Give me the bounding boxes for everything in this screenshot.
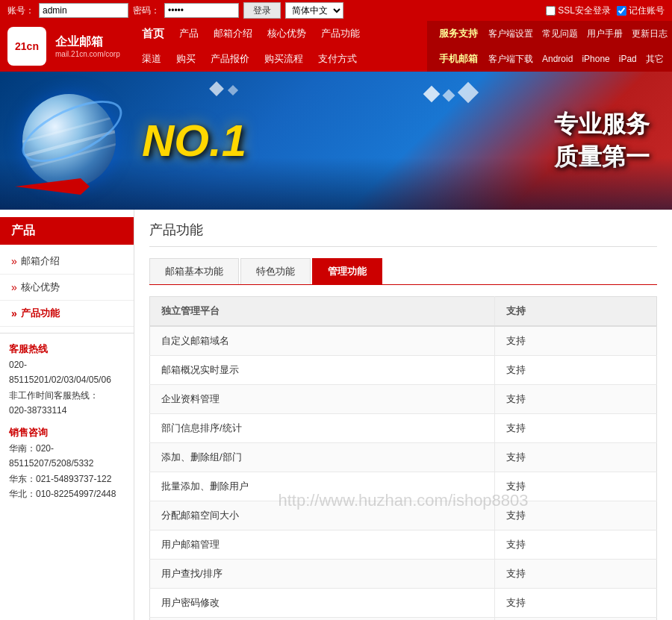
nav-service-top: 服务支持 客户端设置 常见问题 用户手册 更新日志 xyxy=(427,21,672,46)
contact-south: 华南：020-85115207/5208/5332 xyxy=(9,441,125,472)
logo-cn: 企业邮箱 xyxy=(55,34,120,50)
remember-checkbox-label[interactable]: 记住账号 xyxy=(617,4,665,17)
nav-top: 首页 产品 邮箱介绍 核心优势 产品功能 xyxy=(134,21,427,46)
nav-client-download[interactable]: 客户端下载 xyxy=(484,53,538,66)
table-row: 用户密码修改支持 xyxy=(150,589,657,618)
banner: NO.1 专业服务 质量第一 xyxy=(0,72,672,210)
feature-name: 邮箱概况实时显示 xyxy=(150,356,495,385)
hotline-title: 客服热线 xyxy=(9,341,125,357)
contact-north: 华北：010-82254997/2448 xyxy=(9,486,125,501)
sidebar-item-product-feature[interactable]: » 产品功能 xyxy=(0,301,134,327)
table-row: 分配邮箱空间大小支持 xyxy=(150,501,657,530)
feature-name: 用户密码修改 xyxy=(150,589,495,618)
feature-name: 批量添加、删除用户 xyxy=(150,472,495,501)
tab-special-features[interactable]: 特色功能 xyxy=(240,258,311,284)
logo-area: 21cn 企业邮箱 mail.21cn.com/corp xyxy=(0,21,134,72)
nav-purchase[interactable]: 购买 xyxy=(169,46,203,72)
sidebar-item-core-advantage[interactable]: » 核心优势 xyxy=(0,275,134,301)
sales-title: 销售咨询 xyxy=(9,425,125,441)
feature-support: 支持 xyxy=(494,589,656,618)
nav-price[interactable]: 产品报价 xyxy=(203,46,257,72)
nav-android[interactable]: Android xyxy=(538,54,577,64)
content-area: 产品功能 邮箱基本功能 特色功能 管理功能 http://www.huzhan.… xyxy=(134,210,672,620)
arrow-icon: » xyxy=(11,255,17,267)
sidebar-item-mailbox-intro[interactable]: » 邮箱介绍 xyxy=(0,248,134,275)
logo-abbr: 21cn xyxy=(15,40,39,52)
nav-iphone[interactable]: iPhone xyxy=(577,54,614,64)
sidebar-label-core-advantage: 核心优势 xyxy=(21,281,60,294)
nav-service: 服务支持 客户端设置 常见问题 用户手册 更新日志 手机邮箱 客户端下载 And… xyxy=(427,21,672,72)
logo-text-area: 企业邮箱 mail.21cn.com/corp xyxy=(55,34,120,58)
feature-support: 支持 xyxy=(494,326,656,356)
password-input[interactable] xyxy=(164,3,239,18)
contact-east: 华东：021-54893737-122 xyxy=(9,472,125,486)
nav-mailbox-intro[interactable]: 邮箱介绍 xyxy=(206,21,260,46)
sidebar: 产品 » 邮箱介绍 » 核心优势 » 产品功能 客服热线 020-8511520… xyxy=(0,210,134,620)
banner-cubes xyxy=(423,83,478,104)
tab-admin-features[interactable]: 管理功能 xyxy=(312,258,382,284)
nav-client-setting[interactable]: 客户端设置 xyxy=(484,28,538,40)
table-row: 部门信息排序/统计支持 xyxy=(150,414,657,443)
feature-support: 支持 xyxy=(494,443,656,472)
table-row: 添加、删除组/部门支持 xyxy=(150,443,657,472)
sidebar-contact: 客服热线 020-85115201/02/03/04/05/06 非工作时间客服… xyxy=(0,333,134,509)
sidebar-label-product-feature: 产品功能 xyxy=(21,307,60,320)
header: 21cn 企业邮箱 mail.21cn.com/corp 首页 产品 邮箱介绍 … xyxy=(0,21,672,72)
sidebar-title: 产品 xyxy=(0,217,134,245)
arrow-icon3: » xyxy=(11,307,17,319)
hotline-numbers: 020-85115201/02/03/04/05/06 xyxy=(9,357,125,388)
table-row: 用户邮箱管理支持 xyxy=(150,530,657,560)
feature-support: 支持 xyxy=(494,530,656,560)
sidebar-label-mailbox-intro: 邮箱介绍 xyxy=(21,254,60,268)
nav-home[interactable]: 首页 xyxy=(134,21,172,46)
tab-basic-features[interactable]: 邮箱基本功能 xyxy=(149,258,239,284)
nav-user-manual[interactable]: 用户手册 xyxy=(582,28,627,40)
nav-service-bottom: 手机邮箱 客户端下载 Android iPhone iPad 其它 xyxy=(427,46,672,72)
table-row: 自定义邮箱域名支持 xyxy=(150,326,657,356)
main-wrapper: 产品 » 邮箱介绍 » 核心优势 » 产品功能 客服热线 020-8511520… xyxy=(0,210,672,620)
table-row: 批量添加、删除用户支持 xyxy=(150,472,657,501)
feature-support: 支持 xyxy=(494,385,656,414)
feature-name: 用户邮箱管理 xyxy=(150,530,495,560)
nav-other[interactable]: 其它 xyxy=(641,53,668,66)
feature-support: 支持 xyxy=(494,414,656,443)
top-bar: 账号： 密码： 登录 简体中文 SSL安全登录 记住账号 xyxy=(0,0,672,21)
nav-channel[interactable]: 渠道 xyxy=(134,46,169,72)
password-label: 密码： xyxy=(133,4,160,17)
nav-update-log[interactable]: 更新日志 xyxy=(627,28,672,40)
ssl-checkbox[interactable] xyxy=(546,6,556,16)
table-row: 企业资料管理支持 xyxy=(150,385,657,414)
arrow-icon2: » xyxy=(11,281,17,293)
feature-support: 支持 xyxy=(494,472,656,501)
language-select[interactable]: 简体中文 xyxy=(285,2,343,19)
ssl-checkbox-label[interactable]: SSL安全登录 xyxy=(546,4,611,17)
table-row: 邮件监控备份支持（另收费） xyxy=(150,618,657,621)
feature-name: 企业资料管理 xyxy=(150,385,495,414)
feature-name: 部门信息排序/统计 xyxy=(150,414,495,443)
nav-faq[interactable]: 常见问题 xyxy=(538,28,582,40)
remember-checkbox[interactable] xyxy=(617,6,626,16)
feature-name: 自定义邮箱域名 xyxy=(150,326,495,356)
nav-ipad[interactable]: iPad xyxy=(615,54,641,64)
login-button[interactable]: 登录 xyxy=(243,2,281,19)
feature-support: 支持（另收费） xyxy=(494,618,656,621)
feature-support: 支持 xyxy=(494,356,656,385)
feature-name: 分配邮箱空间大小 xyxy=(150,501,495,530)
off-hours-label: 非工作时间客服热线： xyxy=(9,388,125,403)
username-label: 账号： xyxy=(7,4,34,17)
nav-product[interactable]: 产品 xyxy=(172,21,206,46)
feature-support: 支持 xyxy=(494,501,656,530)
checkbox-area: SSL安全登录 记住账号 xyxy=(546,4,665,17)
nav-product-feature[interactable]: 产品功能 xyxy=(314,21,367,46)
nav-core-advantage[interactable]: 核心优势 xyxy=(260,21,314,46)
nav-area: 首页 产品 邮箱介绍 核心优势 产品功能 渠道 购买 产品报价 购买流程 支付方… xyxy=(134,21,427,72)
nav-payment[interactable]: 支付方式 xyxy=(311,46,364,72)
username-input[interactable] xyxy=(39,3,128,18)
nav-bottom: 渠道 购买 产品报价 购买流程 支付方式 xyxy=(134,46,427,72)
table-row: 独立管理平台支持 xyxy=(150,297,657,327)
nav-buy-process[interactable]: 购买流程 xyxy=(257,46,311,72)
banner-tagline1: 专业服务 xyxy=(554,108,650,141)
feature-support: 支持 xyxy=(494,297,656,327)
feature-name: 独立管理平台 xyxy=(150,297,495,327)
mobile-mail-label: 手机邮箱 xyxy=(433,52,484,66)
